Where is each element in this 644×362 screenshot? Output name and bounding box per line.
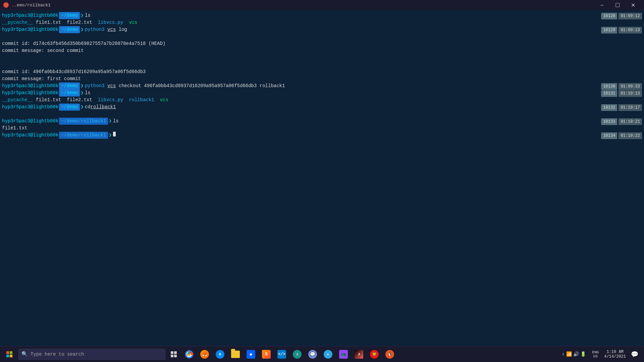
prompt-path-rollback1: ~/demo/rollback1 [59, 132, 108, 139]
gitkraken-taskbar-button[interactable]: ⚓ [290, 347, 305, 362]
timestamp-10130: 10130 01:09:33 [601, 83, 642, 90]
prompt-path: ~/demo [59, 82, 80, 89]
dropbox-taskbar-button[interactable]: ◆ [244, 347, 258, 362]
prompt-path-rollback1: ~/demo/rollback1 [59, 118, 108, 125]
dropbox-icon: ◆ [247, 350, 255, 359]
task-view-icon [170, 351, 177, 358]
brave-icon: 🦁 [370, 350, 379, 359]
terminal-line-cd: hyp3r5pac3@lightb00k ~/demo ❯ cd rollbac… [0, 104, 644, 111]
edge-taskbar-button[interactable]: e [213, 347, 227, 362]
gitkraken-icon: ⚓ [293, 350, 302, 359]
notification-button[interactable]: 💬 [628, 346, 641, 362]
telegram-icon: ✈ [324, 350, 332, 359]
ls-output-rollback1: file1.txt [0, 125, 644, 132]
timestamp-10129: 10129 01:09:13 [601, 27, 642, 34]
taskbar-right: ‹ 📶 🔊 🔋 ENG US 1:10 AM 4/14/2021 💬 [560, 346, 643, 362]
brave-taskbar-button[interactable]: 🦁 [367, 347, 382, 362]
empty-line-4 [0, 111, 644, 118]
language-selector[interactable]: ENG US [589, 350, 602, 358]
svg-rect-6 [171, 355, 173, 357]
task-view-button[interactable] [166, 347, 181, 362]
chevron-up-icon[interactable]: ‹ [562, 351, 565, 357]
twitch-icon: 📺 [339, 350, 348, 359]
discord-taskbar-button[interactable]: 💬 [305, 347, 320, 362]
battery-icon[interactable]: 🔋 [580, 351, 586, 357]
language-label: ENG [592, 350, 599, 354]
search-bar[interactable]: 🔍 Type here to search [18, 349, 166, 360]
prompt-path: ~/demo [59, 104, 80, 111]
clock-time: 1:10 AM [606, 350, 623, 354]
speaker-icon[interactable]: 🔊 [573, 351, 579, 357]
titlebar: ..emo/rollback1 – ☐ ✕ [0, 0, 644, 10]
window-controls: – ☐ ✕ [594, 0, 641, 10]
telegram-taskbar-button[interactable]: ✈ [321, 347, 335, 362]
ubuntu-taskbar-button[interactable]: 🐧 [382, 347, 397, 362]
jetbrains-taskbar-button[interactable]: J [352, 347, 366, 362]
commit-id-head: commit id: d174c63fb456d350b69827557a7b2… [0, 40, 644, 47]
timestamp-10131: 10131 01:10:13 [601, 90, 642, 97]
terminal-icon [3, 2, 9, 8]
empty-line-2 [0, 54, 644, 61]
terminal-area[interactable]: hyp3r5pac3@lightb00k ~/demo ❯ ls 10128 0… [0, 10, 644, 346]
prompt-user: hyp3r5pac3@lightb00k [2, 12, 58, 19]
prompt-user: hyp3r5pac3@lightb00k [2, 118, 58, 125]
minimize-button[interactable]: – [594, 0, 610, 10]
firefox-icon: 🦊 [200, 350, 209, 359]
prompt-user: hyp3r5pac3@lightb00k [2, 89, 58, 97]
twitch-taskbar-button[interactable]: 📺 [336, 347, 351, 362]
chrome-taskbar-button[interactable] [182, 347, 197, 362]
clock[interactable]: 1:10 AM 4/14/2021 [603, 350, 627, 359]
prompt-user: hyp3r5pac3@lightb00k [2, 104, 58, 111]
commit-msg-head: commit message: second commit [0, 47, 644, 54]
vscode-taskbar-button[interactable]: </> [274, 347, 289, 362]
commit-msg-first: commit message: first commit [0, 75, 644, 82]
sublime-taskbar-button[interactable]: S [259, 347, 274, 362]
timestamp-10133: 10133 01:10:21 [601, 118, 642, 125]
prompt-path: ~/demo [59, 89, 80, 97]
edge-icon: e [216, 350, 224, 359]
empty-line-3 [0, 61, 644, 68]
ubuntu-icon: 🐧 [385, 350, 394, 359]
file-explorer-button[interactable] [228, 347, 243, 362]
close-button[interactable]: ✕ [625, 0, 641, 10]
discord-icon: 💬 [308, 350, 317, 359]
sublime-icon: S [262, 350, 271, 359]
firefox-taskbar-button[interactable]: 🦊 [197, 347, 212, 362]
timestamp-10134: 10134 01:10:22 [601, 132, 642, 139]
chrome-icon [185, 350, 194, 359]
svg-rect-7 [174, 355, 177, 357]
timestamp-10128: 10128 01:09:12 [601, 13, 642, 19]
maximize-button[interactable]: ☐ [610, 0, 625, 10]
terminal-line-2: __pycache__ file1.txt file2.txt libvcs.p… [0, 19, 644, 26]
terminal-line-1: hyp3r5pac3@lightb00k ~/demo ❯ ls 10128 0… [0, 12, 644, 19]
prompt-user: hyp3r5pac3@lightb00k [2, 82, 58, 89]
prompt-path: ~/demo [59, 12, 80, 19]
wifi-icon[interactable]: 📶 [566, 351, 572, 357]
region-label: US [593, 354, 598, 358]
svg-rect-4 [171, 351, 173, 354]
system-tray: ‹ 📶 🔊 🔋 [560, 351, 588, 357]
cursor [113, 132, 116, 136]
taskbar: 🔍 Type here to search 🦊 e [0, 346, 644, 362]
windows-logo-icon [6, 351, 13, 358]
svg-rect-2 [6, 354, 9, 357]
vscode-icon: </> [277, 350, 286, 359]
prompt-path: ~/demo [59, 26, 80, 33]
prompt-user: hyp3r5pac3@lightb00k [2, 26, 58, 33]
jetbrains-icon: J [355, 350, 363, 359]
notification-icon: 💬 [631, 351, 638, 358]
start-button[interactable] [1, 346, 17, 362]
terminal-line-3: hyp3r5pac3@lightb00k ~/demo ❯ python3 vc… [0, 26, 644, 33]
terminal-line-checkout: hyp3r5pac3@lightb00k ~/demo ❯ python3 vc… [0, 82, 644, 89]
empty-line [0, 33, 644, 40]
svg-rect-5 [174, 351, 177, 354]
search-placeholder: Type here to search [31, 352, 84, 357]
timestamp-10132: 10132 01:10:17 [601, 104, 642, 111]
svg-rect-3 [10, 354, 12, 357]
svg-rect-0 [6, 351, 9, 354]
svg-rect-1 [10, 351, 12, 354]
search-icon: 🔍 [21, 351, 28, 357]
commit-id-first: commit id: 496fa0bb43cd8937d16209a95a957… [0, 68, 644, 75]
titlebar-left: ..emo/rollback1 [3, 2, 51, 8]
window-title: ..emo/rollback1 [11, 3, 51, 8]
